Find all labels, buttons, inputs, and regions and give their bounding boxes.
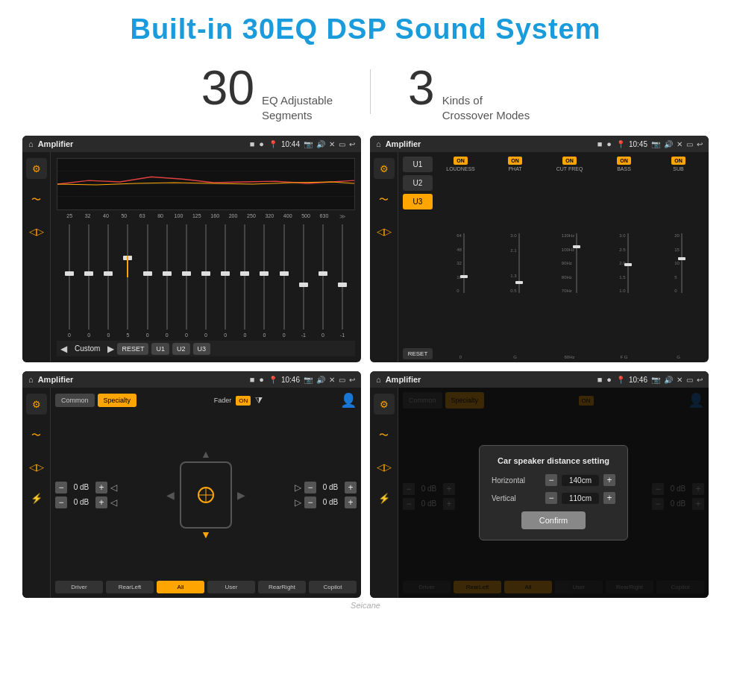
eq-wave-btn[interactable]: 〜 — [26, 189, 47, 210]
cr-cam-icon[interactable]: 📷 — [651, 140, 660, 148]
eq-slider-5[interactable]: 0 — [139, 221, 157, 338]
eq-vol-btn[interactable]: ◁▷ — [26, 221, 47, 242]
sp-vol-btn[interactable]: ◁▷ — [26, 456, 47, 477]
eq-slider-9[interactable]: 0 — [216, 221, 234, 338]
sp-db2-minus[interactable]: − — [55, 496, 67, 508]
horizontal-minus-btn[interactable]: − — [545, 474, 557, 486]
eq-reset-btn[interactable]: RESET — [117, 343, 148, 355]
sp-sq-icon[interactable]: ▭ — [339, 376, 345, 384]
dlg-vol-icon[interactable]: 🔊 — [664, 376, 673, 384]
eq-slider-15[interactable]: -1 — [333, 221, 351, 338]
sp-wave-btn[interactable]: 〜 — [26, 425, 47, 446]
dlg-wave-btn[interactable]: 〜 — [374, 425, 395, 446]
cutfreq-on-btn[interactable]: ON — [562, 157, 577, 165]
horizontal-plus-btn[interactable]: + — [603, 474, 615, 486]
eq-custom-btn[interactable]: Custom — [70, 342, 104, 355]
dlg-back-icon[interactable]: ↩ — [697, 376, 703, 384]
eq-slider-1[interactable]: 0 — [60, 221, 78, 338]
eq-sq-icon[interactable]: ▭ — [339, 140, 345, 148]
sub-on-btn[interactable]: ON — [671, 157, 685, 165]
vertical-minus-btn[interactable]: − — [545, 492, 557, 504]
eq-tune-btn[interactable]: ⚙ — [26, 158, 47, 179]
dlg-home-icon[interactable]: ⌂ — [376, 375, 381, 384]
eq-prev-arrow[interactable]: ◀ — [60, 344, 67, 354]
loudness-on-btn[interactable]: ON — [454, 157, 468, 165]
phat-slider[interactable]: 3.02.11.30.5 — [510, 173, 519, 353]
eq-slider-11[interactable]: 0 — [255, 221, 273, 338]
cr-back-icon[interactable]: ↩ — [697, 140, 703, 148]
sp-all-btn[interactable]: All — [157, 581, 204, 593]
sub-slider[interactable]: 20151050 — [674, 173, 683, 353]
sp-tune-btn[interactable]: ⚙ — [26, 394, 47, 414]
sp-vol-icon[interactable]: 🔊 — [316, 376, 325, 384]
cr-reset-btn[interactable]: RESET — [403, 348, 433, 359]
home-icon[interactable]: ⌂ — [28, 139, 34, 148]
cr-save-icon[interactable]: ■ — [597, 139, 603, 148]
dlg-sq-icon[interactable]: ▭ — [686, 376, 693, 384]
cr-tune-btn[interactable]: ⚙ — [374, 158, 395, 179]
cr-wave-btn[interactable]: 〜 — [374, 189, 395, 210]
eq-vol-icon[interactable]: 🔊 — [316, 140, 325, 148]
sp-user-btn[interactable]: User — [207, 581, 255, 593]
sp-db2-plus[interactable]: + — [95, 496, 107, 508]
sp-copilot-btn[interactable]: Copilot — [309, 581, 357, 593]
eq-cam-icon[interactable]: 📷 — [304, 140, 313, 148]
cr-u2-btn[interactable]: U2 — [403, 175, 433, 191]
cr-u1-btn[interactable]: U1 — [403, 157, 433, 172]
sp-rearright-btn[interactable]: RearRight — [258, 581, 306, 593]
cr-vol-btn[interactable]: ◁▷ — [374, 221, 395, 242]
eq-u1-btn[interactable]: U1 — [151, 343, 169, 355]
eq-back-icon[interactable]: ↩ — [349, 140, 355, 148]
sp-home-icon[interactable]: ⌂ — [28, 375, 34, 384]
sp-bt-btn[interactable]: ⚡ — [26, 488, 47, 508]
eq-slider-3[interactable]: 0 — [99, 221, 117, 338]
sp-specialty-tab[interactable]: Specialty — [98, 394, 137, 407]
sp-driver-btn[interactable]: Driver — [55, 581, 103, 593]
dlg-sidebar: ⚙ 〜 ◁▷ ⚡ — [370, 388, 398, 598]
eq-slider-13[interactable]: -1 — [295, 221, 313, 338]
sp-common-tab[interactable]: Common — [55, 394, 95, 407]
eq-save-icon[interactable]: ■ — [250, 139, 255, 148]
dlg-bt-btn[interactable]: ⚡ — [374, 488, 395, 508]
sp-db1-minus[interactable]: − — [55, 482, 67, 494]
sp-back-icon[interactable]: ↩ — [349, 376, 355, 384]
cr-vol-icon[interactable]: 🔊 — [664, 140, 673, 148]
sp-db1-plus[interactable]: + — [95, 482, 107, 494]
eq-slider-2[interactable]: 0 — [80, 221, 98, 338]
eq-slider-10[interactable]: 0 — [236, 221, 254, 338]
eq-slider-7[interactable]: 0 — [178, 221, 195, 338]
dlg-tune-btn[interactable]: ⚙ — [374, 394, 395, 414]
phat-on-btn[interactable]: ON — [508, 157, 522, 165]
loudness-slider[interactable]: 644832160 — [457, 173, 465, 353]
eq-x-icon[interactable]: ✕ — [329, 140, 335, 148]
sp-db3-minus[interactable]: − — [304, 482, 316, 494]
cr-sq-icon[interactable]: ▭ — [686, 140, 693, 148]
eq-slider-12[interactable]: 0 — [275, 221, 293, 338]
bass-slider[interactable]: 3.02.52.01.51.0 — [619, 173, 628, 353]
dlg-cam-icon[interactable]: 📷 — [651, 376, 660, 384]
sp-cam-icon[interactable]: 📷 — [304, 376, 313, 384]
cr-home-icon[interactable]: ⌂ — [376, 139, 381, 148]
confirm-button[interactable]: Confirm — [521, 511, 586, 529]
eq-slider-4[interactable]: 5 — [119, 221, 137, 338]
eq-u3-btn[interactable]: U3 — [193, 343, 211, 355]
bass-on-btn[interactable]: ON — [617, 157, 631, 165]
sp-save-icon[interactable]: ■ — [250, 375, 255, 384]
dlg-vol-btn[interactable]: ◁▷ — [374, 456, 395, 477]
vertical-plus-btn[interactable]: + — [603, 492, 615, 504]
eq-u2-btn[interactable]: U2 — [172, 343, 190, 355]
cr-u3-btn[interactable]: U3 — [403, 194, 433, 209]
sp-db3-plus[interactable]: + — [345, 482, 357, 494]
sp-db4-plus[interactable]: + — [345, 496, 357, 508]
dlg-save-icon[interactable]: ■ — [597, 375, 603, 384]
sp-db4-minus[interactable]: − — [304, 496, 316, 508]
eq-slider-8[interactable]: 0 — [197, 221, 215, 338]
eq-next-arrow[interactable]: ▶ — [107, 344, 114, 354]
eq-slider-6[interactable]: 0 — [158, 221, 176, 338]
eq-slider-14[interactable]: 0 — [314, 221, 332, 338]
cutfreq-slider[interactable]: 120Hz100Hz90Hz80Hz70Hz — [562, 173, 577, 353]
sp-rearleft-btn[interactable]: RearLeft — [106, 581, 154, 593]
cr-x-icon[interactable]: ✕ — [677, 140, 683, 148]
sp-x-icon[interactable]: ✕ — [329, 376, 335, 384]
dlg-x-icon[interactable]: ✕ — [677, 376, 683, 384]
